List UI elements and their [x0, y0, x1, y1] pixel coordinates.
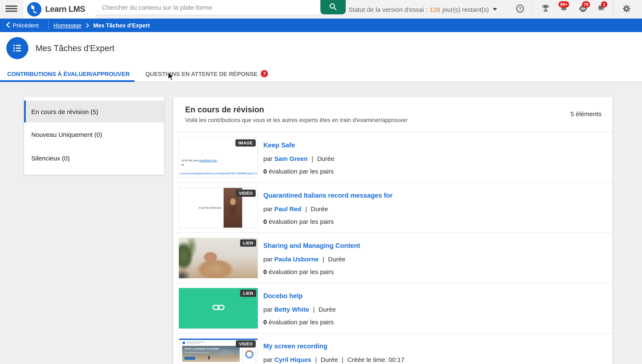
panel-subtitle: Voilà les contributions que vous et les …	[185, 117, 408, 123]
header-divider	[531, 0, 532, 18]
contribution-row: It can't be all that bad. VIDÉO Quaranti…	[173, 182, 612, 233]
duration-label: Durée	[320, 356, 338, 363]
author-link[interactable]: Sam Green	[274, 155, 308, 162]
panel-title: En cours de révision	[185, 105, 264, 114]
items-count: 5 éléments	[570, 110, 601, 118]
author-link[interactable]: Cyril Hiques	[274, 356, 311, 363]
tab-questions-label: QUESTIONS EN ATTENTE DE RÉPONSE	[145, 70, 258, 77]
brand-logo[interactable]: Learn LMS	[23, 0, 96, 18]
thumbnail-email-link: pau@red.com.	[199, 159, 217, 162]
chevron-left-icon	[6, 22, 10, 29]
sidebar-item-silencieux[interactable]: Silencieux (0)	[24, 146, 164, 170]
contributions-panel: En cours de révision Voilà les contribut…	[173, 97, 612, 364]
search-input[interactable]	[96, 0, 320, 15]
contribution-title-link[interactable]: Keep Safe	[263, 142, 295, 149]
svg-text:?: ?	[518, 6, 522, 12]
back-label: Précédent	[13, 22, 39, 28]
header-divider	[613, 0, 614, 18]
breadcrumb-home-link[interactable]: Homepage	[54, 22, 81, 28]
sidebar-item-nouveau-uniquement[interactable]: Nouveau Uniquement (0)	[24, 122, 164, 146]
trophy-icon	[541, 4, 550, 15]
contribution-row: rd for the user pau@red.com. rd. r/reset…	[173, 132, 612, 182]
assistant-count-badge: 79	[582, 1, 590, 8]
contribution-byline: par Sam Green | Durée	[263, 155, 334, 162]
trial-status-suffix: jour(s) restant(s)	[442, 6, 489, 13]
contribution-info: My screen recording par Cyril Hiques | D…	[263, 334, 608, 364]
notifications-count-badge: 99+	[558, 1, 569, 8]
content-type-badge: VIDÉO	[236, 190, 256, 197]
tab-questions[interactable]: QUESTIONS EN ATTENTE DE RÉPONSE 7	[145, 70, 268, 77]
contribution-title-link[interactable]: My screen recording	[263, 342, 327, 350]
expert-tasks-list-icon	[6, 37, 28, 59]
breadcrumb-current: Mes Tâches d'Expert	[93, 22, 150, 28]
created-label: Créée le time: 00:17	[348, 356, 405, 363]
search-button[interactable]	[320, 0, 346, 14]
hamburger-menu-icon[interactable]	[6, 4, 18, 14]
logo-text: Learn LMS	[45, 5, 85, 14]
contribution-title-link[interactable]: Docebo help	[263, 292, 303, 300]
page-title: Mes Tâches d'Expert	[36, 37, 115, 59]
tab-contributions[interactable]: CONTRIBUTIONS À ÉVALUER/APPROUVER	[7, 70, 130, 77]
gear-icon	[621, 4, 631, 15]
search-icon	[329, 2, 338, 12]
duration-label: Durée	[328, 256, 345, 263]
thumbnail-caption: It can't be all that bad.	[183, 206, 223, 209]
contribution-byline: par Cyril Hiques | Durée | Créée le time…	[263, 356, 405, 363]
contribution-byline: par Betty White | Durée	[263, 306, 336, 313]
thumbnail-text: rd.	[181, 163, 184, 166]
breadcrumb-divider	[48, 21, 48, 30]
chevron-down-icon	[493, 8, 497, 10]
page-title-section: Mes Tâches d'Expert CONTRIBUTIONS À ÉVAL…	[0, 32, 642, 82]
panel-header: En cours de révision Voilà les contribut…	[173, 97, 612, 132]
contribution-byline: par Paul Red | Durée	[263, 205, 328, 212]
contribution-thumbnail[interactable]: LIEN	[179, 288, 258, 328]
breadcrumb-bar: Précédent Homepage Mes Tâches d'Expert	[0, 18, 642, 32]
thumbnail-reset-link: r/reset-password/pau%40red.com/c8faec049…	[180, 172, 257, 175]
gamification-button[interactable]	[540, 0, 551, 18]
author-link[interactable]: Paula Usborne	[274, 256, 319, 263]
content-type-badge: LIEN	[240, 240, 256, 246]
learn-lms-logo-icon	[27, 2, 42, 16]
peer-rating: 0évaluation par les pairs	[263, 218, 334, 225]
settings-button[interactable]	[621, 0, 632, 18]
content-type-badge: IMAGE	[235, 139, 256, 146]
back-button[interactable]: Précédent	[6, 22, 39, 29]
trial-days-remaining: 126	[430, 6, 440, 13]
contribution-info: Keep Safe par Sam Green | Durée 0évaluat…	[263, 132, 608, 182]
assistant-button[interactable]: 79	[577, 0, 588, 18]
contribution-title-link[interactable]: Quarantined Italians record messages for	[263, 192, 393, 199]
filter-sidebar: En cours de révision (5) Nouveau Uniquem…	[24, 97, 164, 175]
trial-status-dropdown[interactable]: Statut de la version d'essai : 126 jour(…	[351, 0, 494, 18]
notifications-button[interactable]: 99+	[558, 0, 569, 18]
contribution-byline: par Paula Usborne | Durée	[263, 256, 345, 263]
contribution-thumbnail[interactable]: It can't be all that bad. VIDÉO	[179, 188, 258, 228]
peer-rating: 0évaluation par les pairs	[263, 318, 334, 326]
app-root: Learn LMS Statut de la version d'essai :…	[0, 0, 642, 364]
contribution-info: Sharing and Managing Content par Paula U…	[263, 233, 608, 283]
active-tab-indicator	[0, 80, 134, 82]
contribution-info: Quarantined Italians record messages for…	[263, 183, 608, 233]
sidebar-item-en-cours-de-revision[interactable]: En cours de révision (5)	[24, 100, 164, 122]
top-header: Learn LMS Statut de la version d'essai :…	[0, 0, 642, 18]
chevron-right-icon	[86, 23, 89, 28]
duration-label: Durée	[311, 205, 328, 212]
author-link[interactable]: Betty White	[274, 306, 309, 313]
contribution-row: YOUR LEARNING ACADEMY Your learning jour…	[173, 333, 612, 364]
thumbnail-text: rd for the user pau@red.com.	[181, 159, 217, 162]
peer-rating: 0évaluation par les pairs	[263, 268, 334, 275]
author-link[interactable]: Paul Red	[274, 205, 301, 212]
contribution-row: LIEN Docebo help par Betty White | Durée…	[173, 283, 612, 333]
content-type-badge: VIDÉO	[236, 340, 256, 348]
duration-label: Durée	[318, 306, 336, 313]
contribution-thumbnail[interactable]: rd for the user pau@red.com. rd. r/reset…	[179, 137, 258, 178]
help-icon: ?	[515, 4, 525, 15]
duration-label: Durée	[317, 155, 335, 162]
help-button[interactable]: ?	[514, 0, 525, 18]
link-icon	[212, 303, 225, 313]
contribution-thumbnail[interactable]: LIEN	[179, 238, 258, 278]
contribution-info: Docebo help par Betty White | Durée 0éva…	[263, 283, 608, 333]
contribution-title-link[interactable]: Sharing and Managing Content	[263, 242, 360, 250]
search-bar	[96, 0, 320, 15]
messages-button[interactable]: 1	[596, 0, 607, 18]
contribution-thumbnail[interactable]: YOUR LEARNING ACADEMY Your learning jour…	[179, 338, 258, 364]
